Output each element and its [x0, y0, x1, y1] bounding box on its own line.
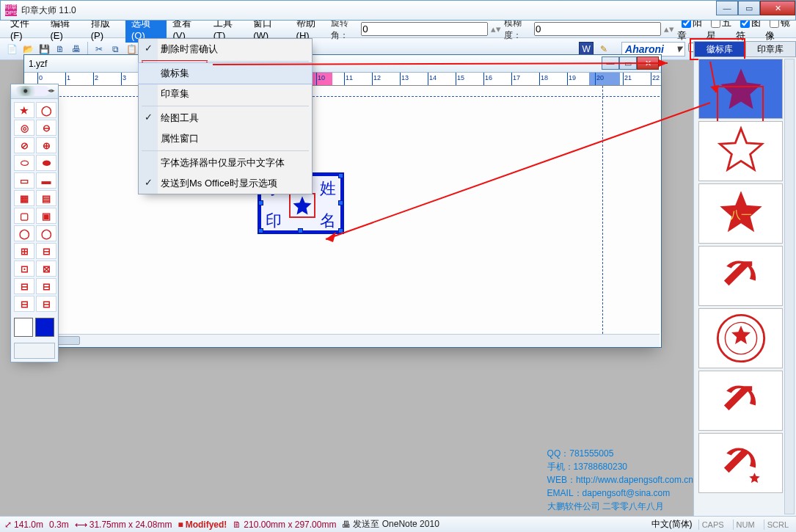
tool-t2[interactable]: ⊟ — [36, 243, 56, 259]
gallery-item-2[interactable] — [698, 121, 783, 181]
svg-text:八一: 八一 — [730, 208, 752, 221]
gallery-item-4[interactable] — [698, 246, 783, 306]
mi-prop-window[interactable]: 属性窗口 — [139, 128, 312, 149]
tool-c5[interactable]: ◯ — [14, 225, 34, 241]
status-modified: ■ Modifyed! — [178, 520, 227, 530]
sidebar-v-scrollbar[interactable] — [784, 59, 795, 514]
tool-t8[interactable]: ⊟ — [36, 296, 56, 312]
stamp-inner-highlight — [289, 193, 315, 218]
palette-header[interactable]: ◂▸ — [11, 84, 58, 99]
emblem-icon — [715, 312, 767, 365]
ruler-horizontal[interactable]: 012345678910111213141516171819202122 — [24, 73, 661, 86]
tool-star[interactable]: ★ — [14, 102, 34, 118]
window-maximize-button[interactable]: ▭ — [738, 1, 760, 15]
window-close-button[interactable]: ✕ — [760, 1, 795, 15]
menubar: 文件(F) 编辑(E) 排版(P) 选项(O) 查看(V) 工具(T) 窗口(W… — [0, 21, 796, 38]
tool-t3[interactable]: ⊡ — [14, 260, 34, 277]
document-filename: 1.yzf — [29, 59, 47, 69]
tool-t7[interactable]: ⊟ — [14, 296, 34, 312]
gallery-item-1[interactable] — [698, 59, 783, 119]
color-blue[interactable] — [35, 318, 54, 337]
document-titlebar[interactable]: 1.yzf — ▭ ✕ — [24, 55, 661, 73]
star-outline-icon — [715, 125, 767, 177]
tool-ring[interactable]: ◎ — [14, 120, 34, 136]
rotate-input[interactable] — [361, 22, 488, 36]
tool-circle[interactable]: ◯ — [36, 102, 56, 118]
annotation-redbox-star — [717, 86, 764, 125]
gallery-item-3[interactable]: 八一 — [698, 183, 783, 244]
badge-gallery[interactable]: 八一 — [698, 59, 783, 514]
mi-font-chinese-only[interactable]: 字体选择器中仅显示中文字体 — [139, 153, 312, 173]
tool-sq[interactable]: ▢ — [14, 208, 34, 224]
tool-c4[interactable]: ⊕ — [36, 137, 56, 153]
mi-stamp-set[interactable]: 印章集 — [139, 84, 312, 104]
tool-t6[interactable]: ⊟ — [36, 278, 56, 294]
tool-sq2[interactable]: ▣ — [36, 208, 56, 224]
tool-t1[interactable]: ⊞ — [14, 243, 34, 259]
status-ime: 中文(简体) — [651, 518, 693, 531]
palette-preview[interactable] — [14, 343, 55, 359]
gallery-item-5[interactable] — [698, 308, 783, 368]
window-title: 印章大师 11.0 — [21, 4, 76, 17]
statusbar: ⤢ 141.0m 0.3m ⟷ 31.75mm x 24.08mm ■ Modi… — [0, 516, 796, 532]
document-window: 1.yzf — ▭ ✕ 0123456789101112131415161718… — [23, 54, 662, 348]
doc-minimize-button[interactable]: — — [602, 57, 619, 70]
new-icon[interactable]: 📄 — [4, 42, 19, 57]
hammer-sickle-star-icon — [717, 439, 765, 487]
star-army-icon: 八一 — [715, 188, 767, 239]
tool-grid2[interactable]: ▤ — [36, 190, 56, 206]
tool-c6[interactable]: ◯ — [36, 225, 56, 241]
sidebar: 徽标库 印章库 八一 — [693, 41, 796, 517]
hammer-sickle-icon — [717, 252, 765, 300]
status-sel-size: ⟷ 31.75mm x 24.08mm — [75, 520, 172, 530]
status-zoom: ⤢ 141.0m — [4, 520, 43, 530]
gallery-item-6[interactable] — [698, 371, 783, 431]
app-logo-icon: 印章DPS — [5, 4, 17, 16]
doc-maximize-button[interactable]: ▭ — [619, 57, 637, 70]
status-scrl: SCRL — [764, 520, 792, 530]
tool-t5[interactable]: ⊟ — [14, 278, 34, 294]
contact-info: QQ：781555005 手机：13788680230 WEB：http://w… — [547, 447, 693, 513]
status-printer: 🖶 发送至 OneNote 2010 — [342, 518, 439, 531]
annotation-redbox-tabs — [690, 38, 745, 60]
mi-confirm-delete[interactable]: 删除时需确认 — [139, 39, 312, 59]
tool-rect2[interactable]: ▬ — [36, 172, 56, 189]
tool-ellipse2[interactable]: ⬬ — [36, 155, 56, 171]
tool-palette[interactable]: ◂▸ ★◯ ◎⊖ ⊘⊕ ⬭⬬ ▭▬ ▦▤ ▢▣ ◯◯ ⊞⊟ ⊡⊠ ⊟⊟ ⊟⊟ — [10, 84, 59, 362]
stamp-char-bl: 印 — [266, 210, 282, 232]
options-dropdown: 删除时需确认 徽标集 印章集 绘图工具 属性窗口 字体选择器中仅显示中文字体 发… — [138, 38, 313, 194]
window-minimize-button[interactable]: — — [716, 1, 738, 15]
tool-c3[interactable]: ⊘ — [14, 137, 34, 153]
status-num: NUM — [733, 520, 758, 530]
status-page-size: 🗎 210.00mm x 297.00mm — [233, 520, 336, 530]
gallery-item-7[interactable] — [698, 433, 783, 493]
stamp-char-br: 名 — [320, 210, 336, 232]
tool-ellipse[interactable]: ⬭ — [14, 155, 34, 171]
mi-badge-set[interactable]: 徽标集 — [138, 62, 313, 84]
star-icon — [291, 194, 314, 216]
eye-icon — [15, 86, 49, 96]
canvas[interactable]: 字 姓 印 名 — [37, 86, 660, 334]
mi-send-office[interactable]: 发送到Ms Office时显示选项 — [139, 173, 312, 194]
stamp-char-tr: 姓 — [320, 178, 336, 200]
status-caps: CAPS — [698, 520, 727, 530]
tool-t4[interactable]: ⊠ — [36, 260, 56, 277]
hammer-sickle-icon — [717, 376, 765, 425]
tool-ring2[interactable]: ⊖ — [36, 120, 56, 136]
doc-close-button[interactable]: ✕ — [637, 57, 659, 70]
status-pos: 0.3m — [49, 520, 69, 530]
doc-h-scrollbar[interactable] — [37, 334, 660, 347]
tool-rect[interactable]: ▭ — [14, 172, 34, 189]
color-white[interactable] — [14, 318, 33, 337]
blur-input[interactable] — [534, 22, 661, 36]
tab-stamp-library[interactable]: 印章库 — [745, 41, 797, 57]
mi-draw-tools[interactable]: 绘图工具 — [139, 108, 312, 128]
tool-grid1[interactable]: ▦ — [14, 190, 34, 206]
window-titlebar: 印章DPS 印章大师 11.0 — ▭ ✕ — [0, 0, 796, 21]
